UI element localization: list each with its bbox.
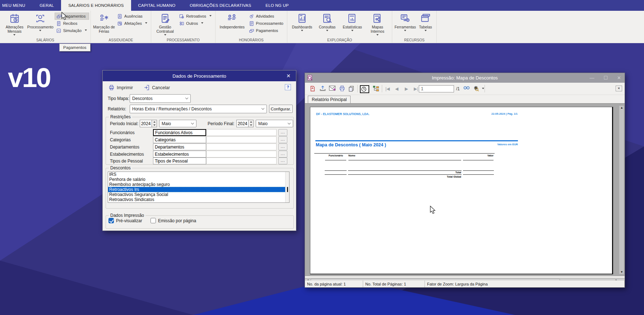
cancelar-label: Cancelar bbox=[152, 85, 170, 90]
spin-down-icon[interactable] bbox=[249, 124, 253, 127]
table-rule bbox=[325, 174, 347, 175]
list-item[interactable]: Retroactivos Sindicatos bbox=[108, 197, 289, 202]
tab-relatorio-principal[interactable]: Relatório Principal bbox=[308, 96, 351, 104]
tipos-de-pessoal-extra-field[interactable] bbox=[206, 158, 277, 164]
search-icon[interactable] bbox=[463, 85, 470, 91]
vertical-scrollbar[interactable]: ▲ ▼ bbox=[619, 106, 624, 274]
funcionarios-field[interactable]: Funcionários Ativos bbox=[153, 129, 206, 136]
dashboards-button[interactable]: Dashboards bbox=[289, 12, 315, 32]
periodo-inicial-ano-stepper[interactable]: 2024 bbox=[140, 120, 157, 127]
watermark-icon[interactable] bbox=[360, 85, 369, 93]
spin-down-icon[interactable] bbox=[152, 124, 157, 127]
pagamentos-button[interactable]: Pagamentos bbox=[55, 13, 89, 20]
ausencias-button[interactable]: Ausências bbox=[116, 13, 149, 20]
scroll-thumb[interactable] bbox=[287, 187, 288, 192]
tipo-mapa-select[interactable]: Descontos bbox=[130, 94, 191, 103]
email-icon[interactable] bbox=[329, 85, 336, 91]
ferramentas-button[interactable]: Ferramentas bbox=[394, 12, 416, 32]
recibos-button[interactable]: Recibos bbox=[55, 20, 89, 27]
tab-salarios-e-honorarios[interactable]: SALÁRIOS E HONORÁRIOS bbox=[61, 0, 131, 11]
table-rule bbox=[348, 170, 462, 171]
cancelar-button[interactable]: Cancelar bbox=[142, 83, 172, 92]
marcacao-de-ferias-button[interactable]: Marcação de Férias bbox=[93, 12, 115, 33]
checkbox-unchecked-icon[interactable] bbox=[150, 218, 156, 223]
funcionarios-extra-field[interactable] bbox=[206, 129, 277, 136]
prev-page-icon[interactable]: ◀ bbox=[395, 85, 398, 92]
group-tree-icon[interactable] bbox=[372, 85, 380, 92]
mapas-internos-button[interactable]: Mapas Internos bbox=[365, 12, 390, 37]
descontos-listbox[interactable]: IRS Penhora de salário Reembolso antecip… bbox=[108, 172, 289, 203]
afetacoes-button[interactable]: Afetações bbox=[116, 20, 149, 27]
next-page-icon[interactable]: ▶ bbox=[405, 85, 408, 92]
spin-up-icon[interactable] bbox=[249, 120, 253, 124]
departamentos-more-button[interactable]: ... bbox=[278, 143, 287, 150]
copy-icon[interactable] bbox=[348, 85, 355, 92]
dialog-title-bar[interactable]: Dados de Processamento bbox=[103, 70, 296, 81]
configurar-button[interactable]: Configurar. bbox=[269, 105, 293, 113]
alteracoes-mensais-button[interactable]: Alterações Mensais bbox=[2, 12, 27, 37]
list-item[interactable]: IRS bbox=[108, 172, 289, 177]
processamento-button[interactable]: Processamento bbox=[27, 12, 54, 32]
imprimir-button[interactable]: Imprimir bbox=[106, 83, 135, 92]
list-item[interactable]: Reembolso antecipação seguro bbox=[108, 182, 289, 187]
estabelecimentos-extra-field[interactable] bbox=[206, 151, 277, 158]
tipos-de-pessoal-more-button[interactable]: ... bbox=[278, 158, 287, 164]
last-page-icon[interactable]: ▶| bbox=[414, 85, 418, 92]
close-icon[interactable]: ✕ bbox=[617, 75, 621, 81]
estatisticas-button[interactable]: Estatísticas bbox=[340, 12, 365, 32]
relatorio-select[interactable]: Horas Extra / Remunerações / Descontos bbox=[130, 105, 267, 113]
categorias-more-button[interactable]: ... bbox=[278, 136, 287, 143]
list-scrollbar[interactable] bbox=[285, 172, 289, 202]
estabelecimentos-field[interactable]: Estabelecimentos bbox=[153, 151, 206, 158]
minimize-icon[interactable]: — bbox=[589, 75, 594, 81]
categorias-extra-field[interactable] bbox=[206, 136, 277, 143]
tab-geral[interactable]: GERAL bbox=[32, 0, 61, 11]
tabelas-button[interactable]: Tabelas bbox=[416, 12, 435, 32]
zoom-icon[interactable] bbox=[473, 85, 479, 92]
table-rule bbox=[463, 174, 494, 175]
first-page-icon[interactable]: |◀ bbox=[385, 85, 390, 92]
checkbox-checked-icon[interactable] bbox=[108, 218, 114, 223]
zoom-dropdown-caret-icon[interactable] bbox=[482, 88, 484, 90]
list-item-selected[interactable]: Retroactivos Irs bbox=[108, 187, 289, 192]
gestao-contratual-button[interactable]: Gestão Contratual bbox=[153, 12, 177, 37]
outros-button[interactable]: Outros bbox=[177, 20, 214, 27]
retroativos-button[interactable]: Retroativos bbox=[177, 13, 214, 20]
pdf-export-icon[interactable] bbox=[309, 85, 316, 92]
scroll-down-icon[interactable]: ▼ bbox=[620, 270, 623, 274]
periodo-inicial-mes-select[interactable]: Maio bbox=[159, 120, 196, 127]
atividades-button[interactable]: Atividades bbox=[247, 13, 286, 20]
tipos-de-pessoal-field[interactable]: Tipos de Pessoal bbox=[153, 158, 206, 164]
tab-elo-ng-up[interactable]: ELO NG UP bbox=[258, 0, 296, 11]
preview-area[interactable]: DF - ELASTOMER SOLUTIONS, LDA. 22-05-202… bbox=[305, 103, 625, 276]
close-icon[interactable]: ✕ bbox=[285, 73, 292, 79]
tab-obrigacoes-declarativas[interactable]: OBRIGAÇÕES DECLARATIVAS bbox=[182, 0, 258, 11]
window-title-bar[interactable]: Impressão: Mapa de Descontos bbox=[305, 73, 625, 83]
estabelecimentos-more-button[interactable]: ... bbox=[278, 151, 287, 158]
categorias-field[interactable]: Categorias bbox=[153, 136, 206, 143]
consultas-button[interactable]: Consultas bbox=[315, 12, 340, 32]
list-item[interactable]: Penhora de salário bbox=[108, 177, 289, 182]
periodo-final-mes-select[interactable]: Maio bbox=[256, 120, 293, 127]
export-icon[interactable] bbox=[319, 85, 326, 92]
funcionarios-more-button[interactable]: ... bbox=[278, 129, 287, 136]
list-item[interactable]: Retroactivos Segurança Social bbox=[108, 192, 289, 197]
close-preview-icon[interactable]: ✕ bbox=[616, 86, 622, 91]
help-button[interactable]: ? bbox=[285, 84, 291, 90]
simulacao-button[interactable]: Simulação bbox=[55, 27, 89, 34]
scroll-up-icon[interactable]: ▲ bbox=[620, 106, 623, 109]
emissao-por-pagina-checkbox[interactable]: Emissão por página bbox=[150, 218, 196, 223]
tab-meu-menu[interactable]: MEU MENU bbox=[0, 0, 32, 11]
honorarios-processamento-button[interactable]: Processamento bbox=[247, 20, 286, 27]
honorarios-pagamentos-button[interactable]: Pagamentos bbox=[247, 27, 286, 34]
periodo-final-ano-stepper[interactable]: 2024 bbox=[236, 120, 254, 127]
previsualizar-checkbox[interactable]: Pré-visualizar bbox=[108, 218, 142, 223]
departamentos-extra-field[interactable] bbox=[206, 143, 277, 150]
print-icon[interactable] bbox=[339, 85, 346, 92]
departamentos-field[interactable]: Departamentos bbox=[153, 143, 206, 150]
independentes-button[interactable]: Independentes bbox=[218, 12, 247, 29]
page-number-input[interactable]: 1 bbox=[419, 85, 454, 92]
maximize-icon[interactable]: ☐ bbox=[603, 75, 608, 81]
tab-capital-humano[interactable]: CAPITAL HUMANO bbox=[131, 0, 183, 11]
spin-up-icon[interactable] bbox=[152, 120, 157, 124]
